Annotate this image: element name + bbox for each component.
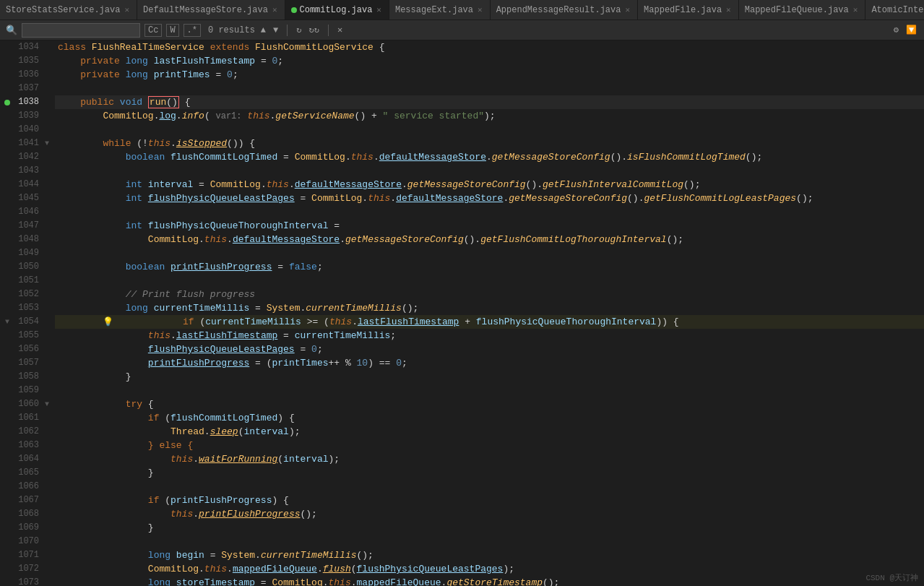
search-close-btn[interactable]: ✕ bbox=[336, 25, 344, 35]
code-line-1043 bbox=[55, 164, 924, 178]
system-ref2: System bbox=[221, 550, 255, 561]
code-line-1065: } bbox=[55, 466, 924, 480]
var-flushcommitlogtimed: flushCommitLogTimed bbox=[170, 152, 277, 163]
paren-open: ( bbox=[204, 111, 216, 121]
parens: (). bbox=[464, 234, 480, 245]
paren-close: ); bbox=[503, 564, 514, 574]
assign: = bbox=[328, 220, 340, 231]
search-cc-btn[interactable]: Cc bbox=[144, 24, 162, 37]
margin-1054: ▼ bbox=[0, 318, 14, 326]
indent bbox=[58, 330, 148, 341]
var-printtimes: printTimes bbox=[154, 69, 210, 80]
gutter-row-1062: 1062 bbox=[0, 425, 52, 439]
commitlog-ref: CommitLog bbox=[148, 234, 199, 245]
search-next-btn[interactable]: ▼ bbox=[272, 25, 280, 35]
semicolon: ; bbox=[277, 56, 283, 66]
field-defaultmessagestore2: defaultMessageStore bbox=[233, 234, 340, 245]
tab-mappedfilequeue[interactable]: MappedFileQueue.java ✕ bbox=[739, 0, 866, 20]
fold-1060[interactable]: ▼ bbox=[42, 400, 52, 408]
field-defaultmessagestore: defaultMessageStore bbox=[295, 179, 402, 190]
tab-bar: StoreStatsService.java ✕ DefaultMessageS… bbox=[0, 0, 924, 20]
close-icon[interactable]: ✕ bbox=[852, 5, 860, 14]
brace-close: } bbox=[148, 522, 154, 533]
gutter-row-1044: 1044 bbox=[0, 178, 52, 191]
tab-defaultmessagestore[interactable]: DefaultMessageStore.java ✕ bbox=[137, 0, 285, 20]
gutter-row-1072: 1072 bbox=[0, 562, 52, 576]
paren-open: ( bbox=[165, 413, 170, 423]
search-prev-btn[interactable]: ▲ bbox=[259, 25, 267, 35]
code-line-1058: } bbox=[55, 370, 924, 384]
line-number-1068: 1068 bbox=[14, 507, 42, 521]
indent bbox=[58, 111, 103, 121]
code-line-1071: long begin = System.currentTimeMillis(); bbox=[55, 548, 924, 562]
search-regex-btn[interactable]: .* bbox=[183, 24, 201, 37]
search-input[interactable] bbox=[22, 23, 140, 38]
close-icon[interactable]: ✕ bbox=[623, 5, 631, 14]
keyword-int: int bbox=[126, 220, 148, 231]
dot: . bbox=[204, 426, 210, 437]
gutter-row-1040: 1040 bbox=[0, 123, 52, 137]
dot: . bbox=[503, 193, 509, 204]
parens: (). bbox=[610, 152, 627, 163]
tab-appendmessageresult[interactable]: AppendMessageResult.java ✕ bbox=[491, 0, 638, 20]
keyword-this: this bbox=[170, 509, 193, 520]
fold-arrow-icon[interactable]: ▼ bbox=[5, 318, 9, 326]
keyword-this: this bbox=[148, 330, 170, 341]
line-number-1073: 1073 bbox=[14, 576, 42, 586]
brace: { bbox=[179, 97, 191, 108]
var-interval2: interval bbox=[243, 426, 288, 437]
close-icon[interactable]: ✕ bbox=[725, 5, 733, 14]
line-number-1071: 1071 bbox=[14, 548, 42, 562]
search-replace-all-btn[interactable]: ↻↻ bbox=[307, 25, 320, 35]
code-line-1034: class FlushRealTimeService extends Flush… bbox=[55, 40, 924, 54]
line-number-1070: 1070 bbox=[14, 535, 42, 548]
fold-1041[interactable]: ▼ bbox=[42, 139, 52, 147]
keyword-long: long bbox=[126, 303, 154, 314]
operator-eq: ) == bbox=[368, 358, 396, 369]
gutter-row-1051: 1051 bbox=[0, 274, 52, 288]
var-currenttimemillis2: currentTimeMillis bbox=[205, 316, 301, 327]
field-mappedfilequeue2: mappedFileQueue bbox=[357, 577, 441, 586]
method-sleep: sleep bbox=[210, 426, 238, 437]
dot: . bbox=[193, 454, 199, 465]
code-editor[interactable]: class FlushRealTimeService extends Flush… bbox=[52, 40, 924, 586]
keyword-long: long bbox=[148, 550, 176, 561]
line-number-1046: 1046 bbox=[14, 205, 42, 219]
tab-atomicinteger[interactable]: AtomicInteger.java ✕ bbox=[865, 0, 924, 20]
search-word-btn[interactable]: W bbox=[166, 24, 178, 37]
code-line-1050: boolean printFlushProgress = false; bbox=[55, 260, 924, 274]
dot: . bbox=[486, 152, 492, 163]
tab-storestatsservice[interactable]: StoreStatsService.java ✕ bbox=[0, 0, 137, 20]
keyword-long: long bbox=[126, 69, 154, 80]
close-icon[interactable]: ✕ bbox=[476, 5, 484, 14]
dot: . bbox=[227, 234, 233, 245]
tab-mappedfile[interactable]: MappedFile.java ✕ bbox=[638, 0, 739, 20]
brace-open: { bbox=[374, 42, 385, 53]
keyword-long: long bbox=[126, 56, 154, 66]
gutter-row-1046: 1046 bbox=[0, 205, 52, 219]
commitlog-ref: CommitLog bbox=[210, 179, 261, 190]
keyword-this: this bbox=[204, 234, 227, 245]
parens: (); bbox=[543, 577, 559, 586]
search-replace-btn[interactable]: ↻ bbox=[295, 25, 303, 35]
close-icon[interactable]: ✕ bbox=[123, 5, 131, 14]
close-icon[interactable]: ✕ bbox=[271, 5, 279, 14]
assign: = bbox=[295, 193, 311, 204]
search-settings-btn[interactable]: ⚙ bbox=[892, 25, 900, 35]
code-line-1057: printFlushProgress = (printTimes++ % 10)… bbox=[55, 356, 924, 370]
tab-messageext[interactable]: MessageExt.java ✕ bbox=[389, 0, 491, 20]
close-icon[interactable]: ✕ bbox=[375, 5, 383, 14]
tab-label: MappedFileQueue.java bbox=[745, 5, 849, 15]
code-line-1049 bbox=[55, 246, 924, 260]
line-number-1066: 1066 bbox=[14, 480, 42, 494]
dot: . bbox=[340, 234, 345, 245]
code-line-1040 bbox=[55, 123, 924, 137]
light-bulb-icon[interactable]: 💡 bbox=[103, 317, 113, 327]
line-number-1062: 1062 bbox=[14, 425, 42, 439]
indent bbox=[115, 316, 183, 327]
tab-commitlog[interactable]: CommitLog.java ✕ bbox=[285, 0, 389, 20]
var-lastflushtimestamp: lastFlushTimestamp bbox=[154, 56, 255, 66]
parens: ()) { bbox=[227, 138, 255, 149]
search-filter-btn[interactable]: 🔽 bbox=[904, 25, 918, 35]
method-currenttimemillis2: currentTimeMillis bbox=[261, 550, 357, 561]
